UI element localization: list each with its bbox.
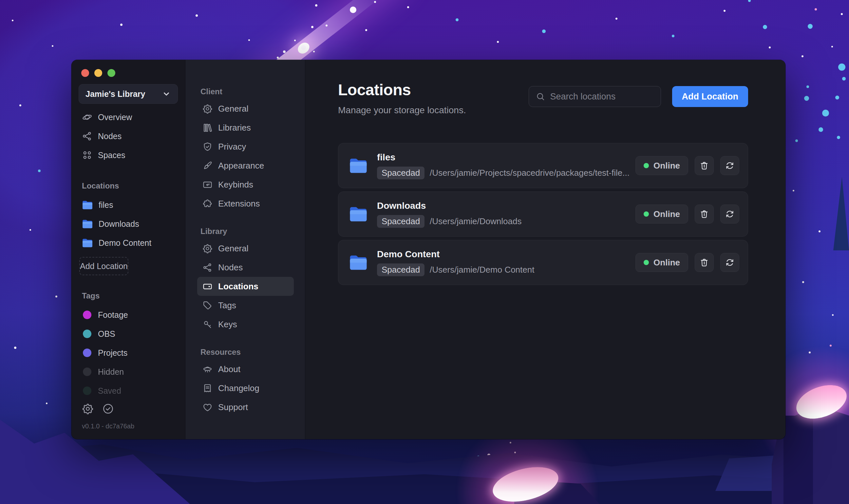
chevron-down-icon [162, 89, 171, 98]
sidebar-tag-projects[interactable]: Projects [71, 343, 185, 362]
sidebar-tag-hidden[interactable]: Hidden [71, 362, 185, 381]
star [294, 40, 296, 41]
star-cyan [837, 136, 840, 139]
star [195, 14, 198, 17]
settings-item-client-general[interactable]: General [197, 99, 294, 118]
sidebar-item-spaces[interactable]: Spaces [71, 146, 185, 165]
settings-item-client-appearance[interactable]: Appearance [197, 156, 294, 175]
settings-nav: Client General Libraries Privacy Appeara… [185, 60, 305, 439]
star [313, 51, 315, 52]
status-badge: Online [636, 156, 688, 175]
shield-icon [203, 142, 212, 152]
node-badge: Spacedad [377, 215, 424, 228]
delete-location-button[interactable] [695, 156, 714, 175]
star [52, 45, 53, 47]
settings-item-library-tags[interactable]: Tags [197, 296, 294, 315]
refresh-icon [725, 209, 735, 219]
sidebar-footer: v0.1.0 - dc7a76ab [82, 403, 134, 430]
star [801, 55, 803, 57]
locations-list: files Spacedad /Users/jamie/Projects/spa… [338, 143, 748, 285]
sidebar-tags-list: Footage OBS Projects Hidden Saved [71, 305, 185, 400]
settings-item-library-nodes[interactable]: Nodes [197, 258, 294, 277]
settings-button[interactable] [82, 403, 94, 415]
sidebar-location-downloads[interactable]: Downloads [71, 214, 185, 233]
star [769, 47, 771, 49]
star-cyan [838, 64, 845, 71]
star [277, 57, 279, 58]
rescan-location-button[interactable] [720, 204, 739, 223]
star [12, 20, 14, 21]
star [818, 230, 820, 232]
close-button[interactable] [81, 69, 89, 77]
delete-location-button[interactable] [695, 253, 714, 272]
rescan-location-button[interactable] [720, 253, 739, 272]
sidebar-nav: Overview Nodes Spaces [71, 108, 185, 165]
settings-item-client-keybinds[interactable]: Keybinds [197, 175, 294, 194]
gear-icon [203, 244, 212, 254]
folder-icon [349, 158, 368, 174]
sidebar-tag-footage[interactable]: Footage [71, 305, 185, 324]
settings-item-client-extensions[interactable]: Extensions [197, 194, 294, 213]
page-subtitle: Manage your storage locations. [338, 105, 466, 115]
folder-icon [349, 255, 368, 271]
settings-item-library-general[interactable]: General [197, 239, 294, 258]
delete-location-button[interactable] [695, 204, 714, 223]
settings-section-library: Library General Nodes Locations Tags Key… [185, 227, 305, 334]
heart-icon [203, 402, 212, 412]
jobs-button[interactable] [102, 403, 114, 415]
trash-icon [699, 257, 709, 267]
star [407, 6, 409, 8]
add-location-button[interactable]: Add Location [672, 86, 748, 107]
star-cyan [822, 110, 829, 116]
online-dot [644, 163, 649, 168]
star [497, 41, 499, 43]
tag-color-dot [83, 310, 91, 319]
settings-item-library-locations[interactable]: Locations [197, 277, 294, 296]
rescan-location-button[interactable] [720, 156, 739, 175]
tag-icon [203, 301, 212, 310]
star-cyan [835, 95, 839, 100]
library-switcher[interactable]: Jamie's Library [79, 84, 178, 104]
sidebar-location-files[interactable]: files [71, 195, 185, 214]
settings-item-resources-changelog[interactable]: Changelog [197, 379, 294, 398]
settings-item-resources-support[interactable]: Support [197, 398, 294, 417]
search-icon [536, 92, 545, 102]
search-input[interactable] [550, 92, 654, 102]
star-cyan [542, 30, 546, 33]
keybinds-icon [203, 180, 212, 190]
location-path: /Users/jamie/Downloads [430, 216, 521, 227]
star [30, 229, 31, 231]
location-path: /Users/jamie/Projects/spacedrive/package… [430, 168, 629, 178]
online-dot [644, 212, 649, 217]
location-card: files Spacedad /Users/jamie/Projects/spa… [338, 143, 748, 188]
star-pink [830, 345, 832, 346]
tag-color-dot [83, 386, 91, 395]
star [14, 346, 16, 349]
star-cyan [748, 0, 751, 2]
star [374, 1, 376, 3]
settings-section-label: Client [201, 87, 305, 96]
star-pink [815, 8, 817, 11]
sidebar-tag-obs[interactable]: OBS [71, 324, 185, 343]
settings-content: Locations Manage your storage locations.… [305, 60, 785, 439]
zoom-button[interactable] [107, 69, 115, 77]
location-card: Downloads Spacedad /Users/jamie/Download… [338, 192, 748, 237]
star-cyan [818, 127, 823, 132]
sidebar-add-location-button[interactable]: Add Location [79, 257, 128, 275]
settings-item-client-libraries[interactable]: Libraries [197, 118, 294, 137]
sidebar-locations-list: files Downloads Demo Content [71, 195, 185, 252]
sidebar-item-overview[interactable]: Overview [71, 108, 185, 127]
settings-item-client-privacy[interactable]: Privacy [197, 137, 294, 156]
receipt-icon [203, 383, 212, 393]
star [248, 39, 250, 41]
folder-icon [82, 219, 93, 229]
star [55, 295, 57, 298]
sidebar-tag-saved[interactable]: Saved [71, 381, 185, 400]
settings-section-client: Client General Libraries Privacy Appeara… [185, 87, 305, 213]
settings-item-resources-about[interactable]: About [197, 360, 294, 379]
sidebar-location-demo-content[interactable]: Demo Content [71, 233, 185, 252]
folder-icon [82, 200, 93, 210]
sidebar-item-nodes[interactable]: Nodes [71, 127, 185, 146]
settings-item-library-keys[interactable]: Keys [197, 315, 294, 334]
minimize-button[interactable] [94, 69, 102, 77]
